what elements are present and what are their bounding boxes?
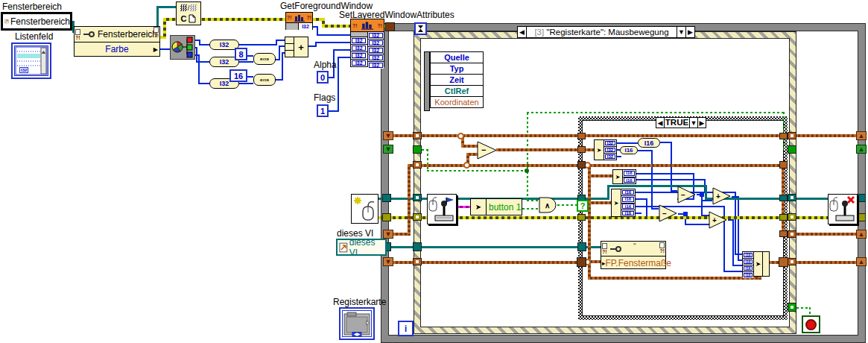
- getforegroundwindow-node[interactable]: ?! ?! I32: [285, 12, 313, 30]
- event-data-node-bar: [424, 51, 430, 111]
- registerkarte-terminal[interactable]: ◀▶: [339, 307, 375, 340]
- acquire-input-node[interactable]: [427, 194, 457, 224]
- loop-condition-terminal[interactable]: [802, 315, 820, 333]
- tunnel: [788, 230, 796, 238]
- tunnel: [788, 213, 796, 221]
- shift-register-left[interactable]: ▼: [383, 145, 393, 154]
- i16-text: I16: [622, 204, 635, 209]
- add-node-tri[interactable]: +: [712, 187, 732, 205]
- case-title[interactable]: TRUE: [665, 118, 689, 128]
- event-field-ctlref[interactable]: CtlRef: [430, 85, 484, 97]
- event-selector-label[interactable]: ◀ [3] "Registerkarte": Mausbewegung ▼ ▶: [517, 26, 695, 38]
- i16-conversion[interactable]: I16: [620, 146, 638, 154]
- button1-element[interactable]: button 1: [489, 202, 521, 213]
- shift-register-right[interactable]: ▲: [856, 131, 867, 140]
- mouse-icon: [830, 198, 837, 211]
- event-field-quelle[interactable]: Quelle: [430, 51, 484, 63]
- library-icon: [294, 14, 305, 22]
- shift-glyph: «‹›»: [260, 78, 269, 83]
- unbundle-button1-node[interactable]: ➤ button 1: [470, 198, 522, 215]
- add-node-tri[interactable]: +: [709, 211, 728, 229]
- page-icon: [153, 27, 159, 33]
- shift-register-left[interactable]: ▼: [383, 257, 393, 266]
- tunnel: [788, 303, 796, 312]
- unbundle-node-4[interactable]: ➤ I16 I16 I16 I16: [611, 189, 636, 217]
- unbundle-node-2[interactable]: ➤ I16 I16: [612, 169, 636, 184]
- constant-8-value: 8: [238, 50, 243, 59]
- constant-alpha[interactable]: 0: [317, 71, 329, 84]
- case-selector-label[interactable]: ◀ TRUE ▼ ▶: [656, 117, 706, 128]
- and-gate[interactable]: ∧: [538, 196, 558, 214]
- error-mark: ?!: [352, 23, 358, 28]
- subtract-node[interactable]: −: [659, 204, 678, 222]
- tunnel: [857, 213, 866, 221]
- case-selector-terminal[interactable]: ?: [577, 200, 589, 212]
- event-field-koordinaten[interactable]: Koordinaten: [430, 96, 484, 108]
- labview-block-diagram: ▼ ▼ ▼ ▼ ▲ ▲ ▲ ▲ Fensterbereich Fensterbe…: [0, 0, 868, 343]
- wire-numeric: [636, 173, 694, 174]
- case-dropdown-button[interactable]: ▼: [677, 27, 685, 37]
- fensterbereich-reference[interactable]: Fensterbereich: [1, 12, 72, 31]
- fensterbereich-ref-label: Fensterbereich: [10, 16, 70, 27]
- shift-register-left[interactable]: ▼: [383, 131, 393, 140]
- conversion-node[interactable]: / C: [176, 1, 201, 25]
- wire-numeric: [239, 61, 253, 63]
- case-dropdown-button[interactable]: ▼: [689, 118, 697, 128]
- listenfeld-terminal[interactable]: I32: [11, 43, 51, 79]
- next-case-button[interactable]: ▶: [685, 27, 694, 37]
- tunnel: [779, 214, 788, 221]
- shift-register-right[interactable]: ▲: [856, 230, 867, 239]
- unbundle-node-3[interactable]: ➤ I32 I32 I32: [594, 139, 617, 160]
- shift-register-right[interactable]: ▲: [856, 257, 867, 266]
- property-node-fensterbereich[interactable]: ?! Fensterbereich ?! Farbe ▶: [74, 26, 160, 57]
- fp-property-item[interactable]: FP.Fenstermaße: [606, 258, 671, 268]
- wire-numeric: [685, 224, 709, 225]
- tunnel: [788, 258, 796, 265]
- subtract-node[interactable]: −: [477, 141, 498, 160]
- tunnel: [788, 194, 796, 201]
- logical-shift-node[interactable]: «‹›»: [253, 53, 276, 65]
- bundle-node[interactable]: I16 I16 I16 I16 ➤: [742, 251, 770, 277]
- event-case-title[interactable]: [3] "Registerkarte": Mausbewegung: [527, 27, 677, 37]
- param-terminal: I32: [368, 32, 384, 39]
- fp-fenstermasse-property-node[interactable]: ?! " ?! ▸ FP.Fenstermaße: [601, 241, 666, 269]
- listbox-type: I32: [19, 67, 28, 73]
- prev-case-button[interactable]: ◀: [656, 118, 665, 128]
- refnum-icon: [4, 16, 9, 26]
- tunnel: [413, 242, 422, 251]
- shift-register-right[interactable]: ▲: [856, 145, 867, 154]
- event-data-node[interactable]: Quelle Typ Zeit CtlRef Koordinaten: [430, 52, 484, 108]
- mouse-icon: [429, 198, 437, 211]
- event-field-zeit[interactable]: Zeit: [430, 74, 484, 86]
- wire-error: [457, 216, 580, 219]
- prev-case-button[interactable]: ◀: [518, 27, 527, 37]
- constant-16[interactable]: 16: [229, 69, 247, 82]
- initialize-mouse-node[interactable]: [351, 194, 378, 224]
- iteration-terminal[interactable]: i: [398, 321, 414, 336]
- tunnel: [413, 132, 422, 139]
- event-timeout-terminal[interactable]: [414, 22, 427, 35]
- i32-text: I32: [352, 45, 366, 51]
- asterisk-icon: [354, 197, 361, 204]
- event-field-typ[interactable]: Typ: [430, 63, 484, 75]
- add-node[interactable]: +: [285, 37, 308, 57]
- error-mark: ?!: [153, 33, 159, 38]
- next-case-button[interactable]: ▶: [697, 118, 706, 128]
- setlayeredwindowattributes-node[interactable]: ?! ?! I32 I32 I32 I32 I32 I32 I32 I32 I3…: [350, 19, 384, 67]
- flags-value: 1: [320, 107, 325, 116]
- property-item-farbe[interactable]: Farbe: [105, 44, 128, 54]
- i16-conversion[interactable]: I16: [638, 138, 660, 148]
- tunnel: [779, 195, 788, 201]
- unbundle-icon: ➤: [613, 170, 623, 183]
- logical-shift-node[interactable]: «‹›»: [253, 74, 276, 86]
- constant-8[interactable]: 8: [235, 48, 247, 60]
- i32-text: I32: [352, 60, 366, 66]
- color-to-rgb-node[interactable]: [170, 35, 195, 60]
- subtract-node[interactable]: −: [677, 186, 697, 204]
- constant-flags[interactable]: 1: [317, 104, 329, 117]
- dieses-vi-reference[interactable]: dieses VI: [336, 239, 387, 256]
- i16-text: I16: [624, 147, 633, 154]
- unbundle-icon: ➤: [595, 140, 604, 160]
- release-input-node[interactable]: [828, 194, 858, 224]
- wire-error: [163, 19, 166, 39]
